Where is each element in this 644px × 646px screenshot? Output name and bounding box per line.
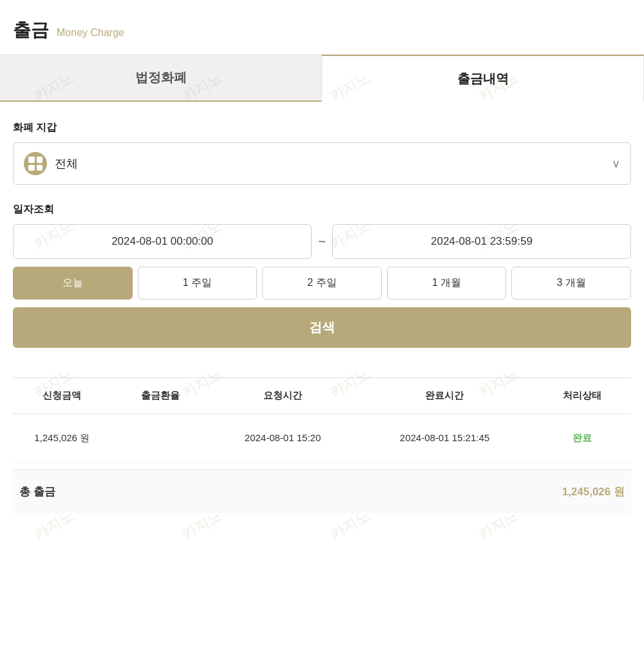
btn-1week[interactable]: 1 주일 bbox=[138, 267, 258, 299]
wallet-select[interactable]: 전체 ∨ bbox=[13, 142, 631, 185]
wallet-grid-dot-2 bbox=[37, 157, 43, 163]
btn-2week[interactable]: 2 주일 bbox=[262, 267, 382, 299]
wallet-section-label: 화폐 지갑 bbox=[13, 121, 631, 135]
cell-complete-time: 2024-08-01 15:21:45 bbox=[356, 427, 533, 450]
footer-amount: 1,245,026 원 bbox=[562, 484, 625, 499]
page-title-korean: 출금 bbox=[13, 18, 49, 43]
header-status: 처리상태 bbox=[533, 378, 631, 413]
header-request-time: 요청시간 bbox=[209, 378, 357, 413]
table-row: 1,245,026 원 2024-08-01 15:20 2024-08-01 … bbox=[13, 414, 631, 463]
tab-fiat[interactable]: 법정화폐 bbox=[0, 55, 321, 100]
btn-1month[interactable]: 1 개월 bbox=[387, 267, 507, 299]
date-buttons: 오늘 1 주일 2 주일 1 개월 3 개월 bbox=[13, 267, 631, 299]
wallet-grid-dot-3 bbox=[28, 165, 35, 171]
wallet-select-left: 전체 bbox=[24, 152, 78, 175]
date-start-input[interactable]: 2024-08-01 00:00:00 bbox=[13, 224, 312, 259]
date-inputs: 2024-08-01 00:00:00 ~ 2024-08-01 23:59:5… bbox=[13, 224, 631, 259]
header-amount: 신청금액 bbox=[13, 378, 111, 413]
wallet-grid bbox=[28, 157, 43, 171]
cell-rate bbox=[111, 427, 209, 450]
cell-status: 완료 bbox=[533, 427, 631, 450]
table-wrapper: 신청금액 출금환율 요청시간 완료시간 처리상태 1,245,026 원 202… bbox=[13, 377, 631, 463]
cell-request-time: 2024-08-01 15:20 bbox=[209, 427, 357, 450]
footer-label: 총 출금 bbox=[19, 484, 55, 499]
btn-today[interactable]: 오늘 bbox=[13, 267, 133, 299]
date-separator: ~ bbox=[318, 234, 326, 249]
page-header: 출금 Money Charge bbox=[0, 0, 644, 55]
header-complete-time: 완료시간 bbox=[356, 378, 533, 413]
wallet-icon bbox=[24, 152, 47, 175]
page-title-english: Money Charge bbox=[57, 27, 124, 39]
chevron-down-icon: ∨ bbox=[612, 157, 620, 171]
table-footer: 총 출금 1,245,026 원 bbox=[13, 470, 631, 513]
date-end-input[interactable]: 2024-08-01 23:59:59 bbox=[332, 224, 631, 259]
content-area: 화폐 지갑 전체 ∨ 일자조회 2024-08-01 00:00:00 ~ 20… bbox=[0, 102, 644, 533]
search-button[interactable]: 검색 bbox=[13, 307, 631, 348]
date-section: 일자조회 2024-08-01 00:00:00 ~ 2024-08-01 23… bbox=[13, 203, 631, 367]
wallet-selected-name: 전체 bbox=[55, 156, 78, 171]
wallet-grid-dot-1 bbox=[28, 157, 35, 163]
wallet-grid-dot-4 bbox=[37, 165, 43, 171]
tabs-container: 법정화폐 출금내역 bbox=[0, 55, 644, 102]
btn-3month[interactable]: 3 개월 bbox=[511, 267, 631, 299]
tab-history[interactable]: 출금내역 bbox=[321, 55, 644, 102]
header-rate: 출금환율 bbox=[111, 378, 209, 413]
cell-amount: 1,245,026 원 bbox=[13, 427, 111, 450]
date-section-label: 일자조회 bbox=[13, 203, 631, 216]
table-header: 신청금액 출금환율 요청시간 완료시간 처리상태 bbox=[13, 378, 631, 414]
